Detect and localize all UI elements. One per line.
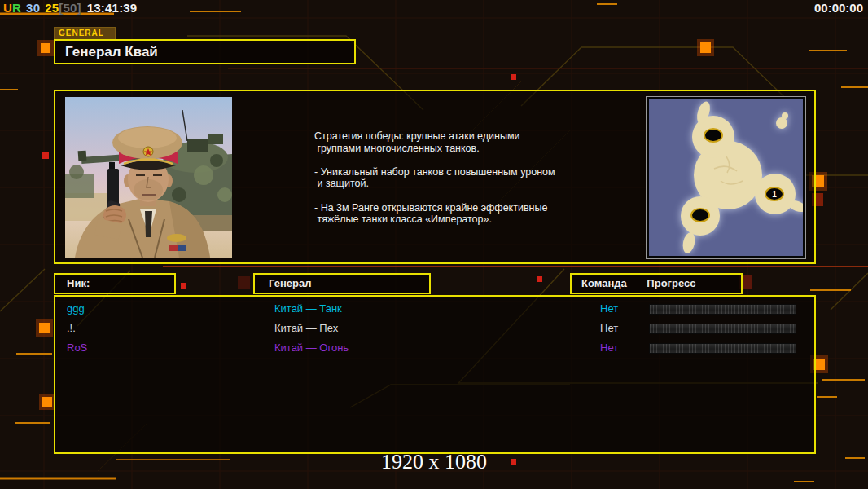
spawn-point-1-label: 1 bbox=[772, 190, 777, 199]
status-value-max: [50] bbox=[59, 1, 81, 15]
player-progress-bar bbox=[649, 324, 796, 334]
status-flag-r: R bbox=[12, 1, 21, 15]
description-line bbox=[314, 154, 586, 166]
general-tab-label: GENERAL bbox=[54, 27, 116, 39]
player-nick: ggg bbox=[67, 302, 85, 315]
map-preview: 1 bbox=[646, 96, 806, 259]
description-line: - На 3м Ранге открываются крайне эффекти… bbox=[314, 202, 586, 214]
player-nick: .!. bbox=[67, 322, 76, 334]
player-team: Нет bbox=[600, 302, 618, 315]
player-general: Китай — Танк bbox=[274, 302, 342, 315]
player-progress-bar bbox=[649, 343, 796, 354]
header-nick: Ник: bbox=[54, 273, 176, 294]
player-progress-bar bbox=[649, 304, 796, 315]
player-row: .!. Китай — Пех Нет bbox=[55, 319, 814, 339]
player-general: Китай — Пех bbox=[274, 322, 338, 334]
match-timer: 00:00:00 bbox=[814, 1, 863, 15]
player-row: RoS Китай — Огонь Нет bbox=[55, 339, 814, 359]
general-title: Генерал Квай bbox=[65, 44, 354, 60]
general-description: Стратегия победы: крупные атаки едиными … bbox=[314, 130, 586, 226]
header-team: Команда bbox=[581, 277, 627, 289]
header-progress: Прогресс bbox=[647, 277, 695, 289]
description-line: и защитой. bbox=[314, 178, 586, 190]
status-bar: UR3025[50]13:41:39 bbox=[3, 1, 137, 15]
player-general: Китай — Огонь bbox=[274, 341, 349, 354]
map-preview-image: 1 bbox=[649, 99, 803, 256]
header-team-progress: Команда Прогресс bbox=[570, 273, 743, 294]
player-team: Нет bbox=[600, 322, 618, 334]
general-portrait-image bbox=[65, 97, 232, 258]
general-portrait bbox=[65, 97, 232, 258]
header-general: Генерал bbox=[253, 273, 431, 294]
description-line bbox=[314, 190, 586, 202]
status-value-blue: 30 bbox=[26, 1, 40, 15]
status-value-yellow: 25 bbox=[45, 1, 59, 15]
player-team: Нет bbox=[600, 341, 618, 354]
status-clock: 13:41:39 bbox=[87, 1, 138, 15]
status-flag-u: U bbox=[3, 1, 12, 15]
description-line: Стратегия победы: крупные атаки едиными bbox=[314, 130, 586, 143]
loading-screen: UR3025[50]13:41:39 00:00:00 GENERAL Гене… bbox=[0, 0, 868, 489]
players-table: ggg Китай — Танк Нет .!. Китай — Пех Нет… bbox=[54, 295, 816, 454]
player-row: ggg Китай — Танк Нет bbox=[55, 300, 814, 319]
description-line: группами многочисленных танков. bbox=[314, 143, 586, 155]
general-title-box: Генерал Квай bbox=[54, 39, 356, 64]
resolution-label: 1920 x 1080 bbox=[0, 450, 868, 474]
description-line: - Уникальный набор танков с повышенным у… bbox=[314, 166, 586, 178]
player-nick: RoS bbox=[67, 341, 87, 354]
description-line: тяжёлые танки класса «Император». bbox=[314, 214, 586, 226]
